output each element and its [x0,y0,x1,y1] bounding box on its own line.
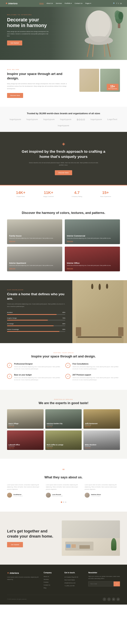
testi-author-2: Leon Russell Marketing Manager [46,493,81,498]
hero-cta-button[interactable]: Get Started [7,40,22,46]
portfolio-link-4[interactable]: Read more [67,268,73,269]
testimonials-grid: Lorem ipsum dolor sit amet, consectetur … [7,484,120,498]
stat-label-rating: Company Rating [72,196,82,197]
footer-link-about[interactable]: About Us [44,576,59,577]
facebook-social-icon[interactable]: f [103,598,106,601]
expert-btn-5[interactable]: Read more [47,447,80,448]
nav-home[interactable]: Home [39,2,44,4]
expert-name-5: Rich Coffee & Lounge [47,444,80,446]
skills-title: Create a home that defines who you are. [7,292,65,301]
footer-link-contact[interactable]: Contact Us [44,584,59,586]
testi-dot-1[interactable] [61,502,62,503]
search-icon[interactable]: 🔍 [113,2,115,4]
pinterest-social-icon[interactable]: p [117,598,120,601]
instagram-social-icon[interactable]: in [112,598,115,601]
portfolio-link-3[interactable]: Read more [9,268,15,269]
brand-logos: logotypum logotypum logotypum logotypum … [7,118,120,126]
stat-label-experience: Years Experience [100,196,111,197]
footer-newsletter-col: Newsletter Sign up to receive our update… [88,572,120,590]
testi-item-2: Lorem ipsum dolor sit amet, consectetur … [46,484,81,498]
whyus-desc-3: Viverra arcu elit lacinia adipiscing urn… [14,377,62,381]
expert-btn-2[interactable]: Read more [47,426,80,427]
cta-title: Let's get together and create your dream… [7,529,55,539]
portfolio-item-3[interactable]: Interior Apartment Viverra arcu elit lac… [7,246,62,271]
footer-address-1: 24 Creative Ring Rd 33 [64,576,83,579]
skills-section: OUR KNOWLEDGE Create a home that defines… [0,280,127,343]
cta-btn[interactable]: Get Started [7,542,23,547]
footer-socials: f t in p [103,598,120,601]
svg-line-5 [93,45,94,56]
expert-btn-6[interactable]: Read more [85,447,119,448]
portfolio-item-2[interactable]: Interior Commercial Viverra arcu elit la… [65,220,120,244]
portfolio-link-1[interactable]: Read more [9,240,15,242]
twitter-social-icon[interactable]: t [107,598,111,601]
who-text: Many design tips will sometimes distract… [7,82,72,90]
expert-name-6: Bikke Resident [85,444,119,446]
nav-contact[interactable]: Contact Us [75,2,83,4]
nav-logo[interactable]: ✦ interiora [5,2,17,5]
experts-label: PORTFOLIO DESIGN [7,399,120,400]
footer-link-blog[interactable]: Blog [44,587,59,589]
whyus-content-1: Professional Designer Viverra arcu elit … [14,363,62,370]
nav-about[interactable]: About Us [46,2,53,4]
whyus-title-1: Professional Designer [14,363,62,365]
facebook-icon[interactable]: f [117,2,117,4]
footer-grid: ✦ interiora Lorem ipsum dolor sit amet c… [7,572,120,590]
expert-item-4[interactable]: Lakesoft Office Commercial Read more [7,430,44,450]
skill-fill-1 [7,314,57,315]
footer: ✦ interiora Lorem ipsum dolor sit amet c… [0,565,127,604]
expert-name-1: Dacor Village [8,423,42,424]
skill-name-1: Architect85% [7,312,65,313]
footer-link-services[interactable]: Services [44,578,59,580]
footer-contact-title: Get in touch. [64,572,83,574]
whyus-content-3: Base on your budget Viverra arcu elit la… [14,374,62,381]
svg-line-6 [104,45,105,56]
testi-dot-2[interactable] [63,502,64,503]
stat-rating: 4.7 Company Rating [72,190,82,197]
newsletter-submit-button[interactable]: → [114,582,120,586]
footer-link-portfolio[interactable]: Portfolio [44,582,59,583]
expert-btn-1[interactable]: Read more [8,426,42,427]
testi-dot-3[interactable] [65,502,66,503]
footer-desc: Lorem ipsum dolor sit amet consectetur a… [7,576,39,581]
testi-item-1: Lorem ipsum dolor sit amet, consectetur … [7,484,42,498]
portfolio-desc-3: Viverra arcu elit lacinia adipiscing urn… [9,265,60,266]
who-btn[interactable]: Discover More [7,93,23,98]
hero-subtitle: WELCOME TO INTERIORA [7,14,51,16]
skills-label: OUR KNOWLEDGE [7,289,65,290]
twitter-icon[interactable]: t [118,2,119,4]
portfolio-grid: Family house Viverra arcu elit lacinia a… [7,220,120,271]
expert-item-1[interactable]: Dacor Village Residential Read more [7,409,44,429]
whyus-icon-2: ✓ [65,363,70,368]
portfolio-desc-4: Viverra arcu elit lacinia adipiscing urn… [67,265,118,266]
whyus-desc-2: Viverra arcu elit lacinia adipiscing urn… [73,366,120,370]
portfolio-link-2[interactable]: Read more [67,240,73,242]
portfolio-item-4[interactable]: Interior Office Viverra arcu elit lacini… [65,246,120,271]
skill-bar-3 [7,326,65,326]
skill-item-3: 3D Design80% [7,323,65,326]
stat-num-customers: 11K+ [43,190,54,195]
portfolio-name-2: Interior Commercial [67,235,118,237]
stats-section: 14K+ Project Done 11K+ Happy Customer 4.… [0,185,127,202]
nav-pages[interactable]: Pages ▾ [85,2,91,4]
testimonials-section: " What they says about us. Lorem ipsum d… [0,459,127,512]
expert-item-3[interactable]: Joffit Restaurant Commercial Read more [83,409,120,429]
footer-contact-col: Get in touch. 24 Creative Ring Rd 33 New… [64,572,83,590]
skill-item-2: Graphic Design70% [7,317,65,320]
expert-item-2[interactable]: Interiora Garden City Commercial Read mo… [45,409,82,429]
brand-logo-8: logotypum [58,124,69,126]
expert-btn-3[interactable]: Read more [85,426,119,427]
nav-portfolio[interactable]: Portfolio ▾ [65,2,72,4]
dark-btn[interactable]: Discover More [55,170,72,175]
instagram-icon[interactable]: in [120,2,122,4]
nav-services[interactable]: Services [56,2,62,4]
who-right: 15+ Years Experience [79,69,120,92]
whyus-item-2: ✓ Free Consultations Viverra arcu elit l… [65,363,120,370]
portfolio-item-1[interactable]: Family house Viverra arcu elit lacinia a… [7,220,62,244]
expert-item-6[interactable]: Bikke Resident Residential Read more [83,430,120,450]
newsletter-input[interactable] [88,582,114,586]
hero-content: WELCOME TO INTERIORA Decorate your home … [0,0,58,52]
testi-info-3: Hadrian Alison Product Designer [91,494,101,496]
expert-item-5[interactable]: Rich Coffee & Lounge Commercial Read mor… [45,430,82,450]
expert-btn-4[interactable]: Read more [8,447,42,448]
